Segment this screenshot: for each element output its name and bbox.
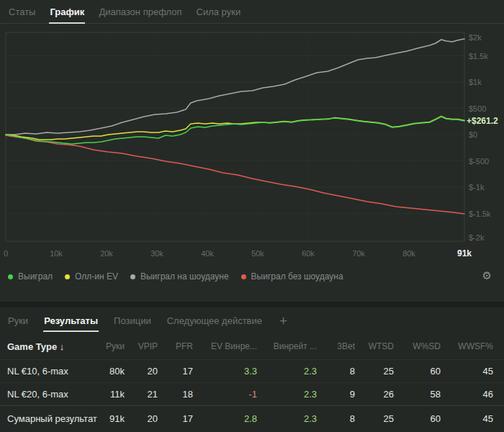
table-row-1[interactable]: NL €10, 6-max80k20173.32.38256045 (0, 359, 504, 382)
chart-series-line-1 (6, 117, 464, 144)
column-header-4[interactable]: PFR (158, 341, 193, 351)
bottom-tab-1[interactable]: Руки (7, 309, 29, 333)
table-cell: 60 (394, 366, 441, 377)
top-tab-3[interactable]: Диапазон префлоп (98, 0, 182, 23)
table-summary-row[interactable]: Сумарный результат91k20172.82.38256045 (0, 405, 504, 431)
table-cell: 17 (158, 413, 193, 424)
x-axis-label: 30k (150, 249, 163, 258)
table-row-2[interactable]: NL €20, 6-max11k2118-12.39265846 (0, 382, 504, 405)
legend-dot-icon (65, 274, 70, 279)
y-axis-label: $-500 (469, 157, 489, 166)
table-cell: 26 (355, 389, 394, 400)
y-axis-label: $1.5k (469, 52, 488, 60)
column-header-8[interactable]: WTSD (355, 341, 394, 351)
current-value-label: +$261.2 (467, 116, 498, 126)
top-tab-bar: СтатыГрафикДиапазон префлопСила руки (0, 0, 504, 24)
column-header-7[interactable]: 3Bet (317, 341, 355, 351)
x-axis-label: 50k (251, 249, 264, 258)
chart-legend: ВыигралОлл-ин EVВыиграл на шоудаунеВыигр… (8, 271, 343, 282)
table-cell: 25 (355, 366, 394, 377)
legend-label: Выиграл (18, 271, 53, 282)
legend-dot-icon (130, 274, 135, 279)
table-cell: NL €10, 6-max (7, 366, 101, 377)
chart-panel: СтатыГрафикДиапазон префлопСила руки $2k… (0, 0, 504, 302)
table-cell: 20 (125, 413, 158, 424)
table-cell: 80k (101, 366, 125, 377)
x-axis-label: 80k (402, 249, 415, 258)
table-body: NL €10, 6-max80k20173.32.38256045NL €20,… (0, 359, 504, 431)
top-tab-1[interactable]: Статы (8, 0, 36, 23)
table-cell: -1 (193, 389, 257, 400)
column-header-6[interactable]: Винрейт ... (257, 341, 317, 351)
table-cell: 60 (394, 413, 441, 424)
bottom-tab-4[interactable]: Следующее действие (166, 309, 263, 333)
chart-series-line-4 (6, 135, 464, 214)
table-cell: 46 (441, 389, 493, 400)
top-tab-2[interactable]: График (49, 0, 85, 23)
top-tab-4[interactable]: Сила руки (196, 0, 242, 23)
column-header-2[interactable]: Руки (101, 341, 125, 351)
y-axis-label: $2k (469, 33, 482, 42)
winnings-chart: $2k$1.5k$1k$500$0$-500$-1k$-1.5k$-2k+$26… (0, 26, 504, 264)
table-cell: 11k (101, 389, 125, 400)
results-panel: РукиРезультатыПозицииСледующее действие+… (0, 307, 504, 432)
table-cell: 45 (441, 366, 493, 377)
column-header-1[interactable]: Game Type ↓ (7, 341, 101, 352)
table-cell: 2.3 (257, 366, 317, 377)
legend-label: Выиграл без шоудауна (251, 271, 343, 282)
table-header-row: Game Type ↓РукиVPIPPFREV Винре...Винрейт… (0, 333, 504, 359)
table-cell: 91k (101, 413, 125, 424)
table-cell: 20 (125, 366, 158, 377)
table-cell: 45 (441, 413, 493, 424)
table-cell: NL €20, 6-max (7, 389, 101, 400)
bottom-tab-2[interactable]: Результаты (43, 309, 99, 333)
x-axis-label: 0 (4, 249, 8, 258)
table-cell: 18 (158, 389, 193, 400)
y-axis-label: $1k (469, 78, 482, 86)
x-axis-label: 70k (352, 249, 365, 258)
table-cell: Сумарный результат (7, 413, 101, 424)
column-header-3[interactable]: VPIP (125, 341, 158, 351)
y-axis-label: $500 (469, 104, 486, 113)
add-tab-button[interactable]: + (279, 314, 287, 328)
legend-label: Олл-ин EV (75, 271, 118, 282)
table-cell: 58 (394, 389, 441, 400)
column-header-10[interactable]: WWSF% (441, 341, 493, 351)
table-cell: 8 (317, 366, 355, 377)
table-cell: 2.3 (257, 413, 317, 424)
bottom-tab-3[interactable]: Позиции (113, 309, 152, 333)
legend-item-1[interactable]: Выиграл (8, 271, 53, 282)
bottom-tab-bar: РукиРезультатыПозицииСледующее действие+ (0, 307, 504, 333)
table-cell: 21 (125, 389, 158, 400)
y-axis-label: $-2k (469, 233, 485, 242)
chart-series-line-2 (6, 117, 464, 140)
chart-series-line-3 (6, 39, 464, 135)
legend-dot-icon (8, 274, 13, 279)
table-cell: 17 (158, 366, 193, 377)
table-cell: 8 (317, 413, 355, 424)
x-axis-label: 91k (457, 248, 472, 258)
table-cell: 2.8 (193, 413, 257, 424)
legend-item-3[interactable]: Выиграл на шоудауне (130, 271, 229, 282)
y-axis-label: $-1.5k (469, 210, 491, 218)
x-axis-label: 60k (302, 249, 315, 258)
table-cell: 25 (355, 413, 394, 424)
table-cell: 9 (317, 389, 355, 400)
gear-icon[interactable]: ⚙ (482, 269, 492, 282)
legend-item-2[interactable]: Олл-ин EV (65, 271, 118, 282)
column-header-9[interactable]: W%SD (394, 341, 441, 351)
legend-item-4[interactable]: Выиграл без шоудауна (241, 271, 343, 282)
legend-label: Выиграл на шоудауне (140, 271, 229, 282)
x-axis-label: 40k (201, 249, 214, 258)
column-header-5[interactable]: EV Винре... (193, 341, 257, 351)
chart-plot-border (6, 32, 464, 241)
x-axis-label: 10k (50, 249, 63, 258)
table-cell: 2.3 (257, 389, 317, 400)
legend-dot-icon (241, 274, 246, 279)
y-axis-label: $-1k (469, 183, 485, 192)
table-cell: 3.3 (193, 366, 257, 377)
x-axis-label: 20k (100, 249, 113, 258)
y-axis-label: $0 (469, 130, 477, 139)
